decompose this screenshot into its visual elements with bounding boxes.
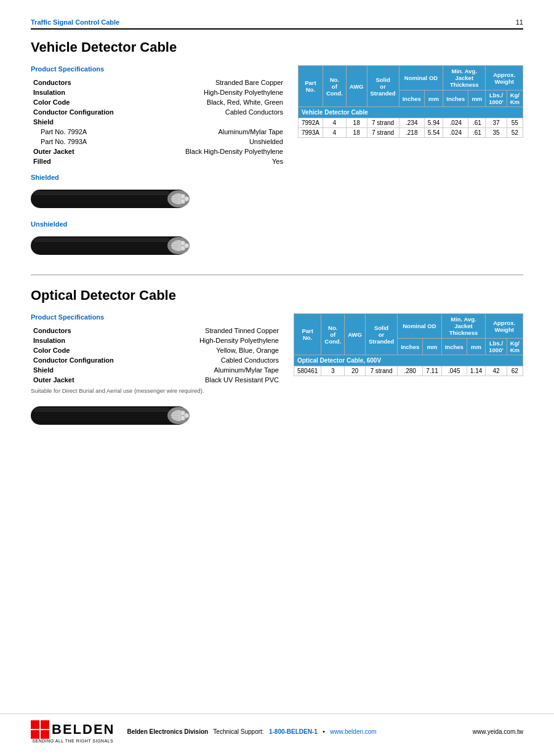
table-cell: 5.94 bbox=[424, 118, 443, 128]
vehicle-spec-row: FilledYes bbox=[31, 156, 286, 166]
optical-cable-diagram-area bbox=[31, 401, 281, 431]
spec-label: Shield bbox=[31, 365, 129, 375]
spec-label: Conductors bbox=[31, 78, 129, 87]
footer-yeida: www.yeida.com.tw bbox=[473, 728, 523, 735]
vehicle-data-table-area: PartNo. No.ofCond. AWG SolidorStranded N… bbox=[298, 65, 523, 262]
optical-spec-row: ConductorsStranded Tinned Copper bbox=[31, 326, 281, 336]
footer-info: Belden Electronics Division Technical Su… bbox=[127, 728, 472, 735]
table-cell: .045 bbox=[441, 366, 467, 376]
spec-value: High-Density Polyethylene bbox=[129, 336, 281, 345]
spec-label: Outer Jacket bbox=[31, 147, 129, 156]
footer-website: www.belden.com bbox=[330, 728, 377, 735]
spec-value: Unshielded bbox=[129, 137, 286, 147]
svg-rect-34 bbox=[41, 720, 49, 729]
table-cell: 62 bbox=[507, 366, 523, 376]
spec-label: Color Code bbox=[31, 97, 129, 107]
th-awg: AWG bbox=[346, 66, 367, 107]
opt-th-cond: No.ofCond. bbox=[321, 314, 345, 355]
spec-label: Insulation bbox=[31, 87, 129, 97]
footer-phone: 1-800-BELDEN-1 bbox=[269, 728, 318, 735]
opt-th-wt-lbs: Lbs./1000' bbox=[486, 339, 507, 355]
opt-th-od-in: Inches bbox=[398, 339, 423, 355]
svg-point-16 bbox=[184, 243, 189, 248]
opt-th-strand: SolidorStranded bbox=[365, 314, 397, 355]
spec-label: Part No. 7993A bbox=[31, 137, 129, 147]
spec-value: High-Density Polyethylene bbox=[129, 87, 286, 97]
footer: BELDEN SENDING ALL THE RIGHT SIGNALS Bel… bbox=[0, 714, 554, 744]
header-bar: Traffic Signal Control Cable 11 bbox=[31, 18, 523, 30]
optical-spec-row: Outer JacketBlack UV Resistant PVC bbox=[31, 375, 281, 385]
vehicle-specs-title: Product Specifications bbox=[31, 65, 286, 73]
table-cell: 4 bbox=[323, 118, 346, 128]
vehicle-section: Vehicle Detector Cable Product Specifica… bbox=[31, 39, 523, 262]
opt-th-nominal-od: Nominal OD bbox=[398, 314, 442, 339]
optical-data-table-area: PartNo. No.ofCond. AWG SolidorStranded N… bbox=[294, 313, 523, 431]
belden-text: BELDEN bbox=[52, 723, 114, 736]
th-wt-kg: Kg/Km bbox=[507, 90, 523, 107]
optical-spec-row: InsulationHigh-Density Polyethylene bbox=[31, 336, 281, 345]
section-divider bbox=[31, 275, 523, 275]
table-cell: .61 bbox=[468, 118, 486, 128]
vehicle-table-section-label: Vehicle Detector Cable bbox=[298, 107, 523, 118]
optical-spec-row: Color CodeYellow, Blue, Orange bbox=[31, 345, 281, 355]
spec-value: Aluminum/Mylar Tape bbox=[129, 127, 286, 137]
table-cell: .218 bbox=[399, 128, 424, 138]
vehicle-spec-row: Part No. 7993AUnshielded bbox=[31, 137, 286, 147]
table-cell: 52 bbox=[507, 128, 523, 138]
table-cell: .024 bbox=[443, 118, 468, 128]
shielded-cable-diagram bbox=[31, 185, 203, 213]
footer-logo: BELDEN SENDING ALL THE RIGHT SIGNALS bbox=[31, 720, 114, 744]
svg-rect-36 bbox=[41, 730, 49, 739]
spec-value bbox=[129, 117, 286, 127]
vehicle-specs-table: ConductorsStranded Bare CopperInsulation… bbox=[31, 78, 286, 166]
optical-data-table: PartNo. No.ofCond. AWG SolidorStranded N… bbox=[294, 313, 523, 376]
table-cell: 18 bbox=[346, 128, 367, 138]
vehicle-spec-row: Conductor ConfigurationCabled Conductors bbox=[31, 107, 286, 117]
page: Traffic Signal Control Cable 11 Vehicle … bbox=[0, 0, 554, 756]
th-weight: Approx. Weight bbox=[486, 66, 523, 90]
unshielded-cable-diagram bbox=[31, 231, 203, 260]
optical-spec-row: ShieldAluminum/Mylar Tape bbox=[31, 365, 281, 375]
footer-support-label: Technical Support: bbox=[213, 728, 263, 735]
opt-th-awg: AWG bbox=[345, 314, 366, 355]
th-jt-in: Inches bbox=[443, 90, 468, 107]
footer-division: Belden Electronics Division bbox=[127, 728, 208, 735]
spec-value: Stranded Tinned Copper bbox=[129, 326, 281, 336]
svg-point-5 bbox=[184, 196, 189, 201]
th-part: PartNo. bbox=[298, 66, 323, 107]
spec-label: Conductors bbox=[31, 326, 129, 336]
spec-label: Insulation bbox=[31, 336, 129, 345]
table-cell: 35 bbox=[486, 128, 507, 138]
spec-value: Cabled Conductors bbox=[129, 355, 281, 365]
opt-th-jacket: Min. Avg. JacketThickness bbox=[441, 314, 486, 339]
yeida-url: www.yeida.com.tw bbox=[473, 728, 523, 735]
vehicle-spec-row: Shield bbox=[31, 117, 286, 127]
logo-area: BELDEN bbox=[31, 720, 114, 739]
table-row: 5804613207 strand.2807.11.0451.144262 bbox=[294, 366, 523, 376]
shielded-label: Shielded bbox=[31, 174, 286, 181]
vehicle-specs-area: Product Specifications ConductorsStrande… bbox=[31, 65, 286, 262]
optical-specs-area: Product Specifications ConductorsStrande… bbox=[31, 313, 281, 431]
svg-rect-33 bbox=[31, 720, 39, 729]
table-cell: 42 bbox=[486, 366, 507, 376]
spec-label: Conductor Configuration bbox=[31, 355, 129, 365]
spec-label: Filled bbox=[31, 156, 129, 166]
spec-value: Cabled Conductors bbox=[129, 107, 286, 117]
optical-section-title: Optical Detector Cable bbox=[31, 288, 523, 304]
th-jt-mm: mm bbox=[468, 90, 486, 107]
table-cell: 7993A bbox=[298, 128, 323, 138]
table-cell: .280 bbox=[398, 366, 423, 376]
table-cell: 7 strand bbox=[365, 366, 397, 376]
optical-spec-row: Conductor ConfigurationCabled Conductors bbox=[31, 355, 281, 365]
vehicle-spec-row: Color CodeBlack, Red, White, Green bbox=[31, 97, 286, 107]
opt-th-jt-mm: mm bbox=[467, 339, 485, 355]
spec-label: Outer Jacket bbox=[31, 375, 129, 385]
table-cell: 20 bbox=[345, 366, 366, 376]
optical-specs-table: ConductorsStranded Tinned CopperInsulati… bbox=[31, 326, 281, 385]
spec-label: Part No. 7992A bbox=[31, 127, 129, 137]
svg-rect-28 bbox=[34, 408, 169, 412]
th-od-mm: mm bbox=[424, 90, 443, 107]
table-cell: .024 bbox=[443, 128, 468, 138]
th-od-in: Inches bbox=[399, 90, 424, 107]
vehicle-section-title: Vehicle Detector Cable bbox=[31, 39, 523, 55]
